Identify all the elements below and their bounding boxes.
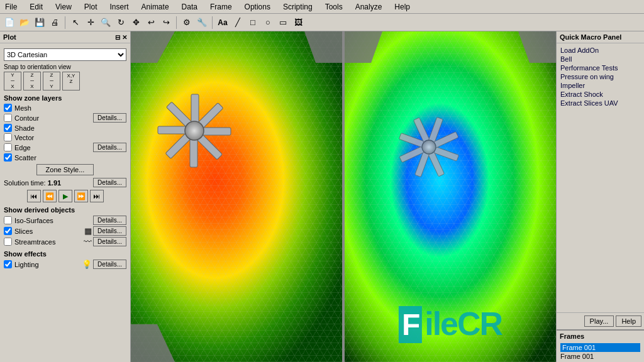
panel-float-icon[interactable]: ⊟ — [115, 34, 120, 41]
orient-xyz[interactable]: X,YZ — [62, 72, 80, 90]
iso-surfaces-label: Iso-Surfaces — [14, 217, 53, 224]
layer-shade-row: Shade — [4, 124, 126, 132]
layer-scatter-checkbox[interactable] — [4, 153, 12, 162]
streamtraces-row: Streamtraces 〰 Details... — [4, 237, 126, 246]
zone-layers-label: Show zone layers — [4, 94, 126, 102]
image-btn[interactable]: 🖼 — [291, 16, 305, 30]
macro-item-6[interactable]: Extract Slices UAV — [560, 99, 640, 107]
frame-item-0[interactable]: Frame 001 — [560, 343, 640, 352]
tool-btn[interactable]: 🔧 — [195, 16, 209, 30]
lighting-right: 💡 Details... — [82, 260, 126, 269]
menu-tools[interactable]: Tools — [323, 1, 345, 13]
layer-vector-checkbox[interactable] — [4, 133, 12, 141]
macro-item-2[interactable]: Performance Tests — [560, 63, 640, 72]
menu-options[interactable]: Options — [242, 1, 273, 13]
menu-file[interactable]: File — [3, 1, 19, 13]
macro-item-4[interactable]: Impeller — [560, 81, 640, 90]
play-next-btn[interactable]: ⏩ — [74, 190, 88, 202]
viewport-right[interactable]: FileCR — [345, 31, 556, 362]
save-btn[interactable]: 💾 — [33, 16, 47, 30]
menu-animate[interactable]: Animate — [139, 1, 172, 13]
layer-edge-checkbox[interactable] — [4, 143, 12, 151]
left-panel: Plot ⊟ ✕ 3D Cartesian 2D Cartesian Sketc… — [0, 31, 131, 362]
slices-icon[interactable]: ▦ — [84, 226, 92, 236]
streamtraces-label: Streamtraces — [14, 238, 55, 246]
layer-contour-checkbox[interactable] — [4, 114, 12, 122]
menu-help[interactable]: Help — [392, 1, 413, 13]
iso-surfaces-checkbox[interactable] — [4, 216, 12, 224]
viewport[interactable]: FileCR — [131, 31, 556, 362]
streamtraces-icon[interactable]: 〰 — [84, 237, 92, 246]
settings-btn[interactable]: ⚙ — [180, 16, 194, 30]
view-mode-select[interactable]: 3D Cartesian 2D Cartesian Sketch — [4, 48, 126, 61]
ellipse-btn[interactable]: ▭ — [276, 16, 290, 30]
streamtraces-details-btn[interactable]: Details... — [93, 237, 126, 246]
text-btn[interactable]: Aa — [216, 16, 230, 30]
circle-btn[interactable]: ○ — [261, 16, 275, 30]
menu-view[interactable]: View — [53, 1, 74, 13]
lighting-icon[interactable]: 💡 — [82, 260, 92, 269]
play-last-btn[interactable]: ⏭ — [90, 190, 104, 202]
menu-edit[interactable]: Edit — [27, 1, 45, 13]
zoom-btn[interactable]: 🔍 — [99, 16, 113, 30]
layer-vector-label: Vector — [14, 134, 34, 141]
macro-item-3[interactable]: Pressure on wing — [560, 72, 640, 81]
menu-analyze[interactable]: Analyze — [353, 1, 385, 13]
streamtraces-right: 〰 Details... — [84, 237, 126, 246]
macro-item-0[interactable]: Load AddOn — [560, 46, 640, 55]
viewport-left[interactable] — [131, 31, 342, 362]
svg-point-8 — [185, 121, 204, 140]
menu-frame[interactable]: Frame — [208, 1, 235, 13]
streamtraces-checkbox[interactable] — [4, 238, 12, 246]
slices-left: Slices — [4, 227, 33, 235]
menu-plot[interactable]: Plot — [82, 1, 100, 13]
probe-btn[interactable]: ✛ — [84, 16, 97, 30]
orient-zy[interactable]: Z─Y — [43, 72, 60, 90]
frame-item-1[interactable]: Frame 001 — [560, 352, 640, 361]
playback-row: ⏮ ⏪ ▶ ⏩ ⏭ — [4, 190, 126, 202]
menu-insert[interactable]: Insert — [108, 1, 131, 13]
iso-details-btn[interactable]: Details... — [93, 216, 126, 225]
slices-details-btn[interactable]: Details... — [93, 226, 126, 236]
new-file-btn[interactable]: 📄 — [3, 16, 16, 30]
toolbar-sep-1 — [65, 16, 65, 29]
translate-btn[interactable]: ✥ — [129, 16, 143, 30]
help-macro-btn[interactable]: Help — [616, 315, 641, 327]
lighting-checkbox[interactable] — [4, 260, 12, 268]
menu-scripting[interactable]: Scripting — [280, 1, 315, 13]
rotate-btn[interactable]: ↻ — [114, 16, 128, 30]
play-prev-btn[interactable]: ⏪ — [43, 190, 57, 202]
solution-details-btn[interactable]: Details... — [93, 178, 126, 187]
line-btn[interactable]: ╱ — [231, 16, 245, 30]
rect-btn[interactable]: □ — [246, 16, 260, 30]
panel-header-controls: ⊟ ✕ — [115, 34, 127, 41]
undo-btn[interactable]: ↩ — [144, 16, 158, 30]
redo-btn[interactable]: ↪ — [159, 16, 173, 30]
print-btn[interactable]: 🖨 — [48, 16, 62, 30]
iso-surfaces-left: Iso-Surfaces — [4, 216, 53, 224]
macro-item-5[interactable]: Extract Shock — [560, 90, 640, 99]
select-btn[interactable]: ↖ — [69, 16, 82, 30]
orient-zx[interactable]: Z─X — [23, 72, 41, 90]
edge-details-btn[interactable]: Details... — [93, 143, 126, 152]
lighting-details-btn[interactable]: Details... — [93, 260, 126, 269]
layer-vector-row: Vector — [4, 133, 126, 141]
lighting-row: Lighting 💡 Details... — [4, 260, 126, 269]
layer-shade-label: Shade — [14, 124, 35, 132]
panel-close-icon[interactable]: ✕ — [122, 34, 127, 41]
slices-checkbox[interactable] — [4, 227, 12, 235]
layer-contour-row: Contour Details... — [4, 113, 126, 123]
layer-mesh-checkbox[interactable] — [4, 104, 12, 112]
layer-shade-checkbox[interactable] — [4, 124, 12, 132]
macro-item-1[interactable]: Bell — [560, 55, 640, 63]
right-panel: Quick Macro Panel Load AddOn Bell Perfor… — [556, 31, 644, 362]
contour-details-btn[interactable]: Details... — [93, 113, 126, 123]
menu-data[interactable]: Data — [179, 1, 200, 13]
play-play-btn[interactable]: ▶ — [58, 190, 72, 202]
orient-yx[interactable]: Y─X — [4, 72, 21, 90]
play-macro-btn[interactable]: Play... — [584, 315, 614, 327]
open-btn[interactable]: 📂 — [18, 16, 31, 30]
play-first-btn[interactable]: ⏮ — [27, 190, 41, 202]
derived-objects-label: Show derived objects — [4, 206, 126, 214]
zone-style-btn[interactable]: Zone Style... — [36, 164, 94, 175]
